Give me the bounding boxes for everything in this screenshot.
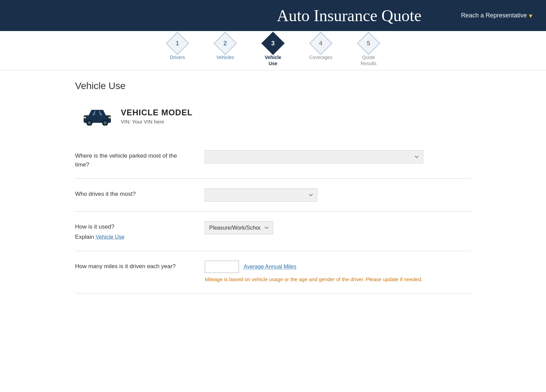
step-1-drivers[interactable]: 1 Drivers [154, 35, 201, 70]
parking-label: Where is the vehicle parked most of the … [75, 150, 191, 169]
average-annual-miles-link[interactable]: Average Annual Miles [244, 264, 296, 270]
usage-select[interactable]: Pleasure/Work/School Pleasure Work/Schoo… [205, 221, 273, 234]
driver-select[interactable]: Driver 1 Driver 2 [205, 188, 317, 202]
step-4-number: 4 [319, 40, 322, 47]
steps-navigation: 1 Drivers 2 Vehicles 3 VehicleUse 4 Cove… [0, 31, 546, 70]
vehicle-model-label: VEHICLE MODEL [121, 108, 192, 117]
step-4-coverages[interactable]: 4 Coverages [297, 35, 345, 70]
step-3-number: 3 [271, 40, 275, 47]
svg-rect-6 [84, 117, 86, 118]
reach-representative-button[interactable]: Reach a Representative ▾ [461, 12, 532, 20]
step-2-label: Vehicles [216, 54, 234, 64]
step-5-diamond: 5 [357, 32, 380, 55]
step-4-diamond: 4 [309, 32, 332, 55]
step-3-vehicle-use[interactable]: 3 VehicleUse [249, 35, 297, 70]
vehicle-card: VEHICLE MODEL VIN: Your VIN here [75, 105, 471, 127]
svg-rect-5 [109, 117, 111, 118]
vehicle-vin-label: VIN: Your VIN here [121, 119, 192, 125]
usage-row: How is it used? Explain Vehicle Use Plea… [75, 212, 471, 251]
driver-label: Who drives it the most? [75, 188, 191, 199]
car-icon [82, 105, 113, 127]
step-2-number: 2 [224, 40, 227, 47]
step-1-diamond: 1 [166, 32, 189, 55]
reach-rep-label: Reach a Representative [461, 12, 527, 19]
parking-select[interactable]: Garage Driveway Street [205, 150, 423, 163]
usage-question: How is it used? [75, 222, 191, 231]
mileage-row: How many miles is it driven each year? A… [75, 251, 471, 293]
svg-point-4 [103, 121, 107, 125]
step-5-number: 5 [367, 40, 370, 47]
mileage-label: How many miles is it driven each year? [75, 261, 191, 271]
mileage-input[interactable] [205, 261, 239, 273]
vehicle-info: VEHICLE MODEL VIN: Your VIN here [121, 108, 192, 125]
usage-control: Pleasure/Work/School Pleasure Work/Schoo… [205, 221, 471, 234]
miles-input-row: Average Annual Miles [205, 261, 471, 273]
explain-prefix: Explain [75, 234, 96, 240]
step-3-label: VehicleUse [265, 54, 281, 70]
page-title: Auto Insurance Quote [237, 6, 461, 25]
step-5-quote-results[interactable]: 5 QuoteResults [345, 35, 392, 70]
step-5-label: QuoteResults [361, 54, 377, 70]
chevron-down-icon: ▾ [529, 12, 532, 20]
vehicle-use-heading: Vehicle Use [75, 81, 471, 91]
step-3-diamond: 3 [261, 32, 285, 55]
step-4-label: Coverages [309, 54, 332, 64]
step-1-label: Drivers [170, 54, 185, 64]
vehicle-use-link[interactable]: Vehicle Use [96, 234, 125, 240]
usage-label-area: How is it used? Explain Vehicle Use [75, 221, 191, 241]
driver-row: Who drives it the most? Driver 1 Driver … [75, 179, 471, 212]
step-1-number: 1 [176, 40, 179, 47]
svg-point-2 [88, 121, 91, 125]
page-header: Auto Insurance Quote Reach a Representat… [0, 0, 546, 31]
mileage-note: Mileage is based on vehicle usage or the… [205, 276, 444, 284]
parking-row: Where is the vehicle parked most of the … [75, 141, 471, 179]
parking-control: Garage Driveway Street [205, 150, 471, 163]
mileage-control: Average Annual Miles Mileage is based on… [205, 261, 471, 284]
main-content: Vehicle Use VE [55, 70, 491, 314]
step-2-vehicles[interactable]: 2 Vehicles [201, 35, 249, 70]
step-2-diamond: 2 [214, 32, 237, 55]
driver-control: Driver 1 Driver 2 [205, 188, 471, 202]
explain-area: Explain Vehicle Use [75, 233, 191, 242]
